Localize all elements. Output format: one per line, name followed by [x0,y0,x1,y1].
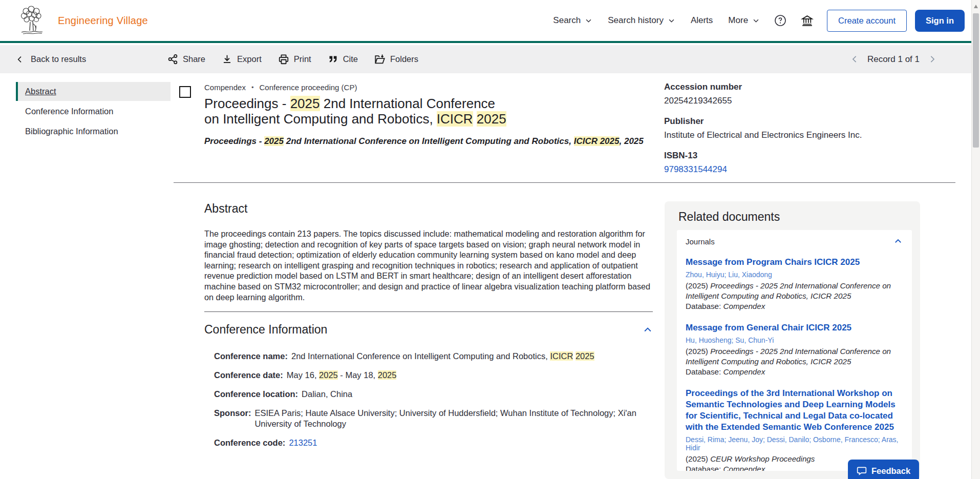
conference-name-value: 2nd International Conference on Intellig… [291,351,594,362]
back-to-results-button[interactable]: Back to results [16,45,86,73]
next-record-icon[interactable] [928,55,936,64]
conference-date-value: May 16, 2025 - May 18, 2025 [287,370,397,381]
related-entry-title-link[interactable]: Message from General Chair ICICR 2025 [686,322,903,334]
share-label: Share [183,54,205,64]
section-divider [204,311,653,312]
brand[interactable]: Engineering Village [19,5,148,36]
related-entry-citation: (2025) Proceedings - 2025 2nd Internatio… [686,281,903,301]
printer-icon [278,54,289,65]
record-select-checkbox[interactable] [179,86,191,98]
conference-name-label: Conference name: [214,351,288,362]
speech-bubble-icon [857,466,867,476]
collapse-section-button[interactable] [643,325,653,335]
related-documents-card: Journals Message from Program Chairs ICI… [677,230,912,471]
nav-search-history[interactable]: Search history [608,15,675,26]
record-toolbar: Back to results Share Export Print [0,45,971,73]
nav-search[interactable]: Search [553,15,592,26]
sponsor-field: Sponsor: ESIEA Paris; Haute Alsace Unive… [214,408,653,429]
help-icon[interactable] [774,14,786,27]
previous-record-icon[interactable] [850,55,859,64]
sponsor-value: ESIEA Paris; Haute Alsace University; Un… [254,408,653,429]
sidebar-item-conference-information[interactable]: Conference Information [16,102,171,121]
sponsor-label: Sponsor: [214,408,251,429]
conference-code-field: Conference code: 213251 [214,438,653,448]
publisher-group: Publisher Institute of Electrical and El… [664,116,884,140]
record-count-label: Record 1 of 1 [867,54,920,65]
create-account-button[interactable]: Create account [827,10,907,32]
conference-location-field: Conference location: Dalian, China [214,389,653,400]
related-documents-panel: Related documents Journals Message from … [665,201,920,479]
export-button[interactable]: Export [222,54,262,65]
conference-name-field: Conference name: 2nd International Confe… [214,351,653,362]
isbn-label: ISBN-13 [664,151,884,161]
folder-add-icon [374,54,386,65]
export-label: Export [237,54,262,64]
related-entry-database: Database: Compendex [686,301,903,311]
publisher-label: Publisher [664,116,884,127]
nav-more[interactable]: More [728,15,760,26]
document-meta-row: Compendex • Conference proceeding (CP) [204,83,593,92]
scrollbar-up-arrow[interactable] [974,5,978,8]
related-entry-authors[interactable]: Hu, Huosheng; Su, Chun-Yi [686,336,903,344]
abstract-text: The proceedings contain 213 papers. The … [204,228,657,302]
related-entry-citation: (2025) Proceedings - 2025 2nd Internatio… [686,346,903,367]
scrollbar-thumb[interactable] [973,13,979,148]
record-metadata-column: Accession number 20254219342655 Publishe… [664,82,884,185]
top-header: Engineering Village Search Search histor… [0,0,980,43]
sign-in-button[interactable]: Sign in [915,10,965,32]
related-documents-heading: Related documents [678,210,920,224]
folders-button[interactable]: Folders [374,54,418,65]
record-pagination: Record 1 of 1 [850,45,936,73]
conference-location-label: Conference location: [214,389,298,400]
elsevier-tree-logo [19,5,45,36]
back-to-results-label: Back to results [31,54,86,64]
isbn-link[interactable]: 9798331544294 [664,164,727,174]
separator-dot: • [251,84,254,91]
journals-group-header: Journals [686,237,903,246]
chevron-down-icon [668,17,675,25]
accession-number-label: Accession number [664,82,884,92]
share-icon [167,54,178,65]
document-title: Proceedings - 2025 2nd International Con… [204,96,593,127]
related-entry: Message from General Chair ICICR 2025 Hu… [686,322,903,377]
document-citation: Proceedings - 2025 2nd International Con… [204,136,593,147]
sidebar-item-abstract[interactable]: Abstract [16,82,171,101]
nav-more-label: More [728,15,748,26]
related-entry: Proceedings of the 3rd International Wor… [686,388,903,471]
feedback-label: Feedback [871,466,910,476]
print-button[interactable]: Print [278,54,311,65]
print-label: Print [294,54,311,64]
related-entry-title-link[interactable]: Proceedings of the 3rd International Wor… [686,388,903,433]
collapse-journals-button[interactable] [893,237,903,246]
conference-date-label: Conference date: [214,370,283,381]
quote-icon [328,54,338,65]
related-entries: Message from Program Chairs ICICR 2025 Z… [686,257,903,471]
cite-button[interactable]: Cite [328,54,358,65]
header-nav: Search Search history Alerts More [553,15,760,26]
share-button[interactable]: Share [167,54,205,65]
sidebar-item-bibliographic-information[interactable]: Bibliographic Information [16,122,171,141]
institution-icon[interactable] [801,14,814,27]
conference-code-value[interactable]: 213251 [289,438,317,448]
related-entry-database: Database: Compendex [686,367,903,377]
related-entry-authors[interactable]: Dessi, Rima; Jeenu, Joy; Dessi, Danilo; … [686,435,903,452]
isbn-group: ISBN-13 9798331544294 [664,151,884,175]
nav-search-history-label: Search history [608,15,664,26]
brand-name: Engineering Village [58,15,148,27]
accession-number-value: 20254219342655 [664,96,884,106]
header-divider [174,182,955,183]
nav-alerts[interactable]: Alerts [691,15,713,26]
cite-label: Cite [343,54,358,64]
nav-search-label: Search [553,15,581,26]
related-entry-title-link[interactable]: Message from Program Chairs ICICR 2025 [686,257,903,268]
record-actions: Share Export Print Cite [167,45,418,73]
accession-number-group: Accession number 20254219342655 [664,82,884,106]
vertical-scrollbar[interactable] [971,0,980,479]
related-entry: Message from Program Chairs ICICR 2025 Z… [686,257,903,311]
related-entry-authors[interactable]: Zhou, Huiyu; Liu, Xiaodong [686,270,903,279]
section-nav: Abstract Conference Information Bibliogr… [16,82,171,142]
chevron-down-icon [752,17,760,25]
abstract-heading: Abstract [204,202,657,216]
conference-code-label: Conference code: [214,438,285,448]
feedback-button[interactable]: Feedback [848,460,919,479]
